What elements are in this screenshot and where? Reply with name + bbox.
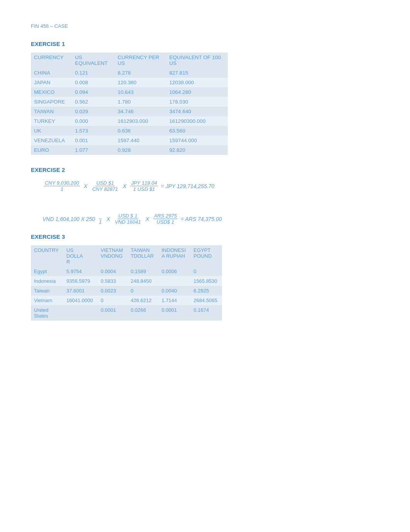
ex1-value: 3474.640 <box>166 107 228 116</box>
ex3-col-usdollar: USDOLLAR <box>63 245 98 267</box>
ex1-value: 92.820 <box>166 145 228 155</box>
ex1-value: 0.121 <box>72 68 115 78</box>
exercise1-title: EXERCISE 1 <box>31 41 379 47</box>
ex3-value: 0 <box>98 296 128 305</box>
ex1-value: 1.573 <box>72 126 115 136</box>
ex3-value: 0.0004 <box>98 267 128 276</box>
ex3-value: 1565.8530 <box>190 276 222 286</box>
ex1-value: 0.001 <box>72 136 115 145</box>
ex3-value: 0.5833 <box>98 276 128 286</box>
ex1-value: 1.780 <box>115 97 166 107</box>
frac1-den: 1 <box>60 186 64 192</box>
formula2-block: VND 1,604,100 X 250 1 X USD $ 1 VND 1604… <box>42 213 379 225</box>
ex1-value: 0.029 <box>72 107 115 116</box>
ex1-value: 1612903.000 <box>115 116 166 126</box>
ex1-country: TURKEY <box>31 116 72 126</box>
ex1-country: CHINA <box>31 68 72 78</box>
times2: X <box>123 183 127 189</box>
ex1-value: 0.094 <box>72 87 115 97</box>
ex1-value: 63.560 <box>166 126 228 136</box>
ex3-col-indonesia: INDONESIA RUPIAH <box>159 245 191 267</box>
exercise1-section: EXERCISE 1 CURRENCY USEQUIVALENT CURRENC… <box>31 41 379 155</box>
ex1-value: 159744.000 <box>166 136 228 145</box>
col-currency: CURRENCY <box>31 53 72 68</box>
ex3-value <box>159 276 191 286</box>
ex3-value: 426.6212 <box>128 296 159 305</box>
header-title: FIN 456 – CASE <box>31 23 68 29</box>
ex3-value <box>63 305 98 321</box>
ex3-value: 2684.5065 <box>190 296 222 305</box>
ex3-value: 37.6001 <box>63 286 98 296</box>
ex3-country: Indonesia <box>31 276 63 286</box>
frac6: ARS 2975 USD$ 1 <box>153 213 178 225</box>
frac4-num <box>99 213 102 219</box>
frac4: 1 <box>98 213 102 225</box>
ex3-value: 0.0001 <box>98 305 128 321</box>
ex1-value: 12038.000 <box>166 78 228 87</box>
ex1-country: VENEZUELA <box>31 136 72 145</box>
frac1: CNY 9,030,200 1 <box>44 180 80 192</box>
frac5-num: USD $ 1 <box>118 213 138 219</box>
ex1-value: 34.746 <box>115 107 166 116</box>
frac6-num: ARS 2975 <box>153 213 178 219</box>
formula1-block: CNY 9,030,200 1 X USD $1 CNY 82871 X JPY… <box>42 180 379 192</box>
ex3-value: 0.0040 <box>159 286 191 296</box>
frac6-den: USD$ 1 <box>156 219 175 225</box>
ex1-country: EURO <box>31 145 72 155</box>
exercise2-title: EXERCISE 2 <box>31 167 379 173</box>
ex1-value: 1.077 <box>72 145 115 155</box>
ex1-value: 0.636 <box>115 126 166 136</box>
ex3-col-country: COUNTRY <box>31 245 63 267</box>
frac2: USD $1 CNY 82871 <box>91 180 119 192</box>
ex1-country: MEXICO <box>31 87 72 97</box>
frac5-den: VND 16041 <box>114 219 141 225</box>
ex3-country: Egypt <box>31 267 63 276</box>
frac2-den: CNY 82871 <box>91 186 119 192</box>
ex1-value: 161290300.000 <box>166 116 228 126</box>
frac2-num: USD $1 <box>95 180 115 186</box>
formula2-result: = ARS 74,375.00 <box>181 216 222 222</box>
times4: X <box>146 216 149 222</box>
frac4-den: 1 <box>98 219 102 225</box>
times1: X <box>84 183 88 189</box>
ex3-col-egypt: EGYPTPOUND <box>190 245 222 267</box>
ex3-value: 6.2925 <box>190 286 222 296</box>
ex1-value: 0.562 <box>72 97 115 107</box>
ex3-value: 0.1589 <box>128 267 159 276</box>
ex3-country: Vietnam <box>31 296 63 305</box>
exercise2-section: EXERCISE 2 CNY 9,030,200 1 X USD $1 CNY … <box>31 167 379 225</box>
ex3-value: 5.9754 <box>63 267 98 276</box>
ex1-value: 0.008 <box>72 78 115 87</box>
frac3-num: JPY 119.04 <box>130 180 158 186</box>
ex3-value: 1.7144 <box>159 296 191 305</box>
ex3-value: 0.1674 <box>190 305 222 321</box>
ex1-value: 1064.280 <box>166 87 228 97</box>
ex1-value: 8.278 <box>115 68 166 78</box>
ex3-country: Taiwan <box>31 286 63 296</box>
ex3-value: 0.0001 <box>159 305 191 321</box>
frac3: JPY 119.04 1 USD $1 <box>130 180 158 192</box>
formula2-prefix: VND 1,604,100 X 250 <box>42 216 95 222</box>
frac5: USD $ 1 VND 16041 <box>114 213 141 225</box>
formula1-result: = JPY 129,714,255.70 <box>161 183 215 189</box>
ex1-value: 827.815 <box>166 68 228 78</box>
col-currency-per-us: CURRENCY PERUS <box>115 53 166 68</box>
ex3-value: 0 <box>190 267 222 276</box>
col-us-equiv: USEQUIVALENT <box>72 53 115 68</box>
exercise3-table: COUNTRY USDOLLAR VIETNAMVNDONG TAIWANTDO… <box>31 245 222 321</box>
exercise3-title: EXERCISE 3 <box>31 233 379 240</box>
ex1-value: 178.030 <box>166 97 228 107</box>
ex3-col-taiwan: TAIWANTDOLLAR <box>128 245 159 267</box>
page-header: FIN 456 – CASE <box>31 23 379 29</box>
ex3-value: 0.0266 <box>128 305 159 321</box>
ex1-country: UK <box>31 126 72 136</box>
ex1-value: 1597.440 <box>115 136 166 145</box>
ex1-country: SINGAPORE <box>31 97 72 107</box>
ex3-value: 248.8450 <box>128 276 159 286</box>
times3: X <box>106 216 110 222</box>
ex1-value: 10.643 <box>115 87 166 97</box>
ex3-value: 0.0023 <box>98 286 128 296</box>
ex3-col-vietnam: VIETNAMVNDONG <box>98 245 128 267</box>
exercise3-section: EXERCISE 3 COUNTRY USDOLLAR VIETNAMVNDON… <box>31 233 379 321</box>
ex3-country: UnitedStates <box>31 305 63 321</box>
